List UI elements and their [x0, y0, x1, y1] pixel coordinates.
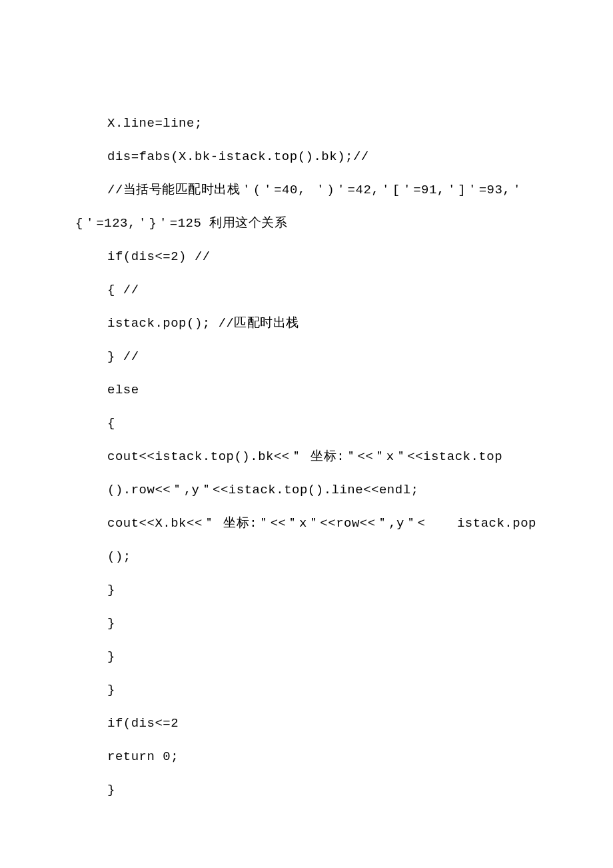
code-line: {＇=123,＇}＇=125 利用这个关系: [75, 207, 538, 240]
code-line: //当括号能匹配时出栈＇(＇=40, ＇)＇=42,＇[＇=91,＇]＇=93,…: [75, 173, 538, 207]
code-line: return 0;: [75, 740, 538, 773]
code-line: if(dis<=2: [75, 707, 538, 740]
code-line: ().row<<＂,y＂<<istack.top().line<<endl;: [75, 473, 538, 507]
code-line: dis=fabs(X.bk-istack.top().bk);//: [75, 140, 538, 173]
code-line: if(dis<=2) //: [75, 240, 538, 273]
code-line: }: [75, 640, 538, 673]
code-line: else: [75, 373, 538, 407]
code-line: }: [75, 773, 538, 807]
code-line: }: [75, 573, 538, 607]
code-line: istack.pop(); //匹配时出栈: [75, 307, 538, 340]
code-line: }: [75, 607, 538, 640]
code-line: { //: [75, 273, 538, 307]
code-line: }: [75, 673, 538, 707]
code-line: cout<<istack.top().bk<<＂ 坐标:＂<<＂x＂<<ista…: [75, 440, 538, 473]
code-line: X.line=line;: [75, 107, 538, 140]
code-line: {: [75, 407, 538, 440]
code-line: cout<<X.bk<<＂ 坐标:＂<<＂x＂<<row<<＂,y＂< ista…: [75, 507, 538, 573]
code-line: } //: [75, 340, 538, 373]
document-page: X.line=line; dis=fabs(X.bk-istack.top().…: [0, 0, 613, 807]
